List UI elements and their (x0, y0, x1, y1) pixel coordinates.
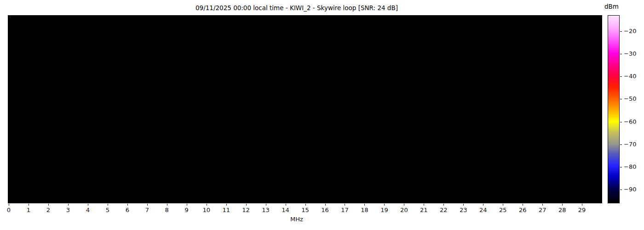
x-tick-label: 20 (395, 207, 413, 213)
x-tick-label: 5 (98, 207, 117, 213)
x-axis-label: MHz (8, 216, 586, 223)
x-tick-mark (305, 204, 306, 206)
x-tick-mark (266, 204, 266, 206)
colorbar-tick-mark (620, 99, 622, 99)
x-tick-label: 14 (276, 207, 295, 213)
colorbar-tick-label: −30 (624, 51, 642, 57)
x-tick-mark (29, 204, 29, 206)
x-tick-label: 3 (59, 207, 77, 213)
x-tick-label: 7 (138, 207, 156, 213)
x-tick-label: 0 (0, 207, 18, 213)
x-tick-label: 11 (217, 207, 236, 213)
x-tick-label: 25 (494, 207, 512, 213)
x-tick-mark (187, 204, 187, 206)
x-tick-label: 10 (197, 207, 216, 213)
colorbar-tick-label: −80 (624, 164, 642, 170)
x-tick-mark (108, 204, 108, 206)
colorbar-tick-mark (620, 144, 622, 145)
x-tick-mark (48, 204, 49, 206)
x-tick-label: 24 (474, 207, 492, 213)
x-tick-mark (562, 204, 563, 206)
x-tick-mark (127, 204, 128, 206)
x-tick-label: 9 (178, 207, 196, 213)
x-tick-mark (503, 204, 503, 206)
x-tick-label: 2 (39, 207, 58, 213)
colorbar-tick-mark (620, 54, 622, 54)
x-tick-mark (345, 204, 345, 206)
x-tick-mark (147, 204, 148, 206)
x-tick-mark (286, 204, 286, 206)
chart-title: 09/11/2025 00:00 local time - KIWI_2 - S… (8, 4, 586, 12)
x-tick-label: 27 (533, 207, 552, 213)
colorbar-tick-mark (620, 190, 622, 190)
colorbar-label: dBm (604, 3, 632, 10)
colorbar-gradient (608, 16, 619, 203)
x-tick-label: 23 (454, 207, 472, 213)
x-tick-label: 12 (237, 207, 255, 213)
colorbar-tick-mark (620, 122, 622, 122)
x-tick-label: 26 (513, 207, 532, 213)
colorbar-tick-mark (620, 76, 622, 77)
x-tick-label: 22 (434, 207, 453, 213)
x-tick-mark (424, 204, 424, 206)
x-tick-mark (443, 204, 444, 206)
x-tick-label: 18 (355, 207, 374, 213)
x-tick-mark (384, 204, 385, 206)
x-tick-label: 4 (79, 207, 97, 213)
x-tick-mark (483, 204, 483, 206)
colorbar-tick-mark (620, 167, 622, 167)
x-tick-label: 8 (158, 207, 176, 213)
x-tick-mark (542, 204, 543, 206)
x-tick-mark (88, 204, 88, 206)
x-tick-mark (226, 204, 227, 206)
colorbar-tick-label: −60 (624, 119, 642, 125)
x-tick-label: 17 (335, 207, 354, 213)
x-tick-mark (246, 204, 247, 206)
colorbar-tick-label: −20 (624, 28, 642, 34)
x-tick-mark (325, 204, 326, 206)
x-tick-label: 1 (19, 207, 38, 213)
colorbar-tick-label: −50 (624, 96, 642, 102)
x-tick-label: 29 (573, 207, 591, 213)
x-tick-mark (68, 204, 69, 206)
x-tick-label: 13 (257, 207, 275, 213)
colorbar-tick-label: −70 (624, 141, 642, 148)
x-tick-label: 28 (553, 207, 571, 213)
x-tick-mark (207, 204, 207, 206)
colorbar-tick-label: −40 (624, 73, 642, 80)
figure: 09/11/2025 00:00 local time - KIWI_2 - S… (0, 0, 644, 230)
x-tick-mark (9, 204, 9, 206)
x-tick-label: 21 (414, 207, 433, 213)
colorbar (608, 15, 620, 203)
x-tick-label: 15 (296, 207, 315, 213)
x-tick-mark (167, 204, 167, 206)
x-tick-mark (582, 204, 582, 206)
spectrogram-canvas (8, 15, 602, 203)
x-tick-mark (404, 204, 404, 206)
x-tick-mark (364, 204, 365, 206)
x-tick-label: 19 (375, 207, 393, 213)
x-tick-label: 6 (118, 207, 137, 213)
x-tick-mark (463, 204, 464, 206)
colorbar-tick-label: −90 (624, 186, 642, 193)
x-tick-mark (523, 204, 523, 206)
colorbar-tick-mark (620, 31, 622, 32)
x-tick-label: 16 (316, 207, 334, 213)
